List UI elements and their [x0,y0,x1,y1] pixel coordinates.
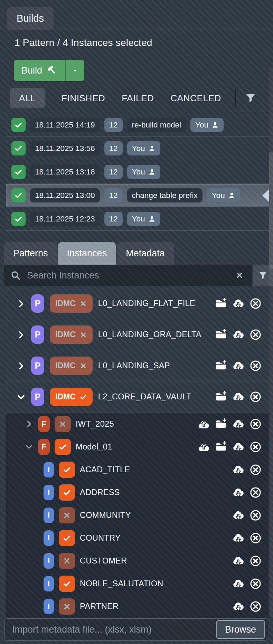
remove-circle-icon[interactable] [250,441,262,453]
build-label: re-build model [127,118,186,132]
browse-button[interactable]: Browse [216,620,265,639]
build-user-label: You [132,215,145,224]
build-user-label: You [212,191,225,200]
vertical-scrollbar[interactable] [269,67,273,617]
tree-row-pattern[interactable]: P IDMC L0_LANDING_SAP [6,350,269,381]
remove-circle-icon[interactable] [250,464,262,476]
build-row[interactable]: 18.11.2025 14:19 12 re-build model You [6,113,269,137]
instance-type-badge: I [44,508,54,523]
chevron-right-icon[interactable] [17,330,26,339]
build-row[interactable]: 18.11.2025 12:23 12 You [6,207,269,230]
filter-funnel-icon[interactable] [245,92,256,104]
tree-row-pattern[interactable]: P IDMC L0_LANDING_FLAT_FILE [6,288,269,319]
remove-circle-icon[interactable] [250,578,262,590]
download-cloud-icon[interactable] [232,391,244,403]
idmc-tag-badge-checked[interactable]: IDMC [50,388,93,406]
download-cloud-icon[interactable] [232,532,244,544]
remove-circle-icon[interactable] [250,532,262,544]
selection-state-unchecked[interactable] [59,507,75,523]
chevron-down-icon[interactable] [17,392,26,401]
import-file-input[interactable] [11,624,212,635]
scrollbar-thumb[interactable] [269,152,273,269]
remove-circle-icon[interactable] [250,600,262,613]
filter-tab-finished[interactable]: FINISHED [62,93,105,104]
selection-state-unchecked[interactable] [59,598,75,615]
tree-row-folder[interactable]: F IWT_2025 [6,413,269,435]
build-row-selected[interactable]: 18.11.2025 13:00 12 change table prefix … [6,184,269,207]
add-folder-icon[interactable] [215,297,227,310]
x-icon [79,362,87,370]
build-button[interactable]: Build [14,60,65,81]
build-row[interactable]: 18.11.2025 13:18 12 You [6,160,269,184]
add-folder-icon[interactable] [215,391,227,403]
remove-circle-icon[interactable] [250,297,262,310]
remove-circle-icon[interactable] [250,391,262,403]
remove-circle-icon[interactable] [250,555,262,567]
selection-state-checked[interactable] [55,439,71,455]
tree-row-instance[interactable]: I COUNTRY [6,527,269,549]
tree-row-pattern[interactable]: P IDMC L0_LANDING_ORA_DELTA [6,319,269,350]
build-label: change table prefix [127,188,203,202]
idmc-tag-badge[interactable]: IDMC [50,325,93,344]
download-cloud-icon[interactable] [232,509,244,521]
search-input[interactable] [26,270,230,281]
tab-patterns[interactable]: Patterns [4,242,57,265]
tree-row-instance[interactable]: I PARTNER [6,595,269,618]
selection-state-checked[interactable] [59,462,75,478]
selection-state-unchecked[interactable] [59,553,75,569]
upload-cloud-icon[interactable] [198,441,210,453]
tree-row-instance[interactable]: I ACAD_TITLE [6,458,269,481]
add-folder-icon[interactable] [215,441,227,453]
build-dropdown-button[interactable] [66,60,84,81]
tree-row-pattern-expanded[interactable]: P IDMC L2_CORE_DATA_VAULT [6,381,269,413]
instance-type-badge: I [44,553,54,569]
build-count-badge: 12 [104,141,123,155]
selection-state-checked[interactable] [59,576,75,592]
tree-row-instance[interactable]: I ADDRESS [6,481,269,504]
download-cloud-icon[interactable] [232,464,244,476]
tree-row-instance[interactable]: I COMMUNITY [6,504,269,527]
remove-circle-icon[interactable] [250,509,262,521]
download-cloud-icon[interactable] [232,600,244,613]
filter-tab-failed[interactable]: FAILED [122,93,154,104]
builds-panel-tab[interactable]: Builds [7,7,54,30]
add-folder-icon[interactable] [215,329,227,341]
tree-row-instance[interactable]: I CUSTOMER [6,549,269,572]
build-success-badge [11,118,26,132]
remove-circle-icon[interactable] [250,486,262,499]
idmc-tag-badge[interactable]: IDMC [50,294,93,313]
idmc-tag-badge[interactable]: IDMC [50,357,93,375]
tab-metadata[interactable]: Metadata [117,242,174,265]
download-cloud-icon[interactable] [232,486,244,499]
caret-down-icon [72,67,78,74]
filter-tab-canceled[interactable]: CANCELED [170,93,221,104]
download-cloud-icon[interactable] [232,578,244,590]
add-folder-icon[interactable] [215,360,227,372]
download-cloud-icon[interactable] [232,555,244,567]
download-cloud-icon[interactable] [232,441,244,453]
chevron-right-icon[interactable] [17,361,26,370]
person-icon [211,121,219,129]
tree-row-instance[interactable]: I NOBLE_SALUTATION [6,572,269,595]
download-cloud-icon[interactable] [232,297,244,310]
tree-row-folder-expanded[interactable]: F Model_01 [6,435,269,458]
selection-state-unchecked[interactable] [55,416,71,432]
remove-circle-icon[interactable] [250,418,262,430]
remove-circle-icon[interactable] [250,360,262,372]
upload-cloud-icon[interactable] [198,418,210,430]
tab-instances[interactable]: Instances [58,242,116,265]
remove-circle-icon[interactable] [250,329,262,341]
download-cloud-icon[interactable] [232,418,244,430]
chevron-right-icon[interactable] [17,299,26,308]
selection-state-checked[interactable] [59,530,75,546]
add-folder-icon[interactable] [215,418,227,430]
chevron-right-icon[interactable] [25,420,33,428]
build-success-badge [11,165,26,179]
download-cloud-icon[interactable] [232,329,244,341]
download-cloud-icon[interactable] [232,360,244,372]
chevron-down-icon[interactable] [25,443,33,451]
filter-tab-all[interactable]: ALL [10,88,45,108]
selection-state-checked[interactable] [59,484,75,501]
build-row[interactable]: 18.11.2025 13:56 12 You [6,137,269,160]
clear-search-icon[interactable] [235,271,244,280]
